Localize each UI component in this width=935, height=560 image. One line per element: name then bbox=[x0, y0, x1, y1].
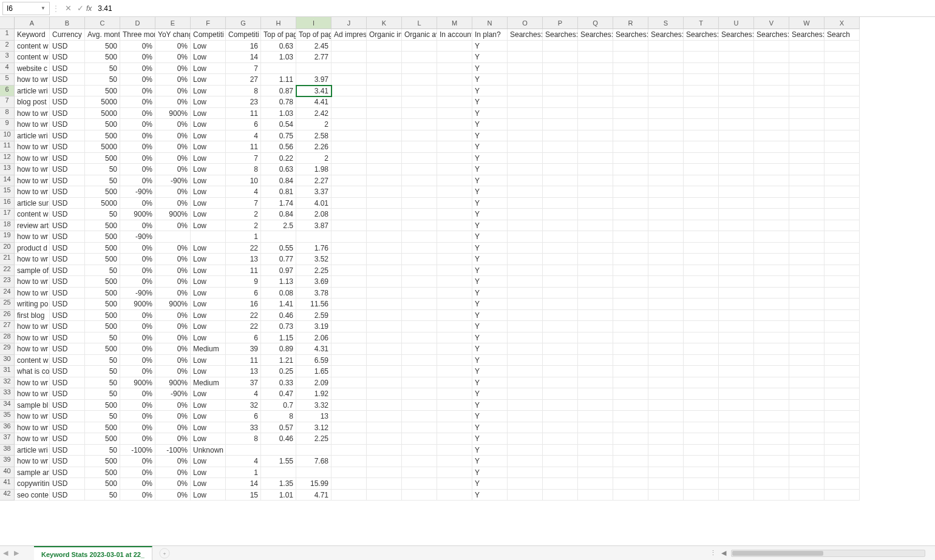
cell[interactable] bbox=[543, 74, 578, 86]
cell[interactable] bbox=[648, 86, 684, 97]
cell[interactable] bbox=[684, 400, 719, 411]
cell[interactable] bbox=[719, 220, 754, 232]
cell[interactable] bbox=[824, 433, 860, 445]
cell[interactable] bbox=[613, 400, 648, 411]
cell[interactable]: 0% bbox=[120, 141, 155, 153]
cell[interactable]: Low bbox=[191, 130, 226, 142]
cell[interactable]: 0.55 bbox=[261, 243, 296, 254]
cell[interactable]: 0% bbox=[155, 254, 191, 265]
cell[interactable]: 1.41 bbox=[261, 299, 296, 310]
cell[interactable] bbox=[543, 355, 578, 366]
cell[interactable]: Y bbox=[472, 243, 508, 254]
cell[interactable] bbox=[824, 231, 860, 243]
cell[interactable]: article wri bbox=[15, 130, 50, 142]
cell[interactable] bbox=[332, 86, 367, 97]
cell[interactable]: Low bbox=[191, 198, 226, 209]
cell[interactable]: content w bbox=[15, 355, 50, 366]
cell[interactable]: Y bbox=[472, 388, 508, 400]
cell[interactable] bbox=[824, 220, 860, 232]
cell[interactable] bbox=[543, 186, 578, 198]
cell[interactable]: USD bbox=[50, 198, 85, 209]
cell[interactable]: 27 bbox=[226, 74, 261, 86]
cell[interactable]: 0% bbox=[155, 119, 191, 130]
cell[interactable]: article wri bbox=[15, 445, 50, 456]
cell[interactable] bbox=[789, 231, 824, 243]
cell[interactable]: article sur bbox=[15, 198, 50, 209]
cell[interactable] bbox=[754, 400, 789, 411]
cell[interactable]: USD bbox=[50, 377, 85, 389]
cell[interactable]: 0.84 bbox=[261, 175, 296, 187]
cell[interactable] bbox=[684, 332, 719, 344]
cell[interactable]: 2 bbox=[226, 220, 261, 232]
cell[interactable]: Y bbox=[472, 119, 508, 130]
cell[interactable] bbox=[789, 321, 824, 332]
cell[interactable] bbox=[684, 467, 719, 479]
cell[interactable] bbox=[824, 366, 860, 377]
cell[interactable] bbox=[332, 52, 367, 63]
row-header[interactable]: 38 bbox=[0, 445, 15, 456]
cell[interactable] bbox=[543, 141, 578, 153]
cell[interactable]: 0% bbox=[155, 141, 191, 153]
column-header[interactable]: O bbox=[508, 17, 543, 29]
cell[interactable] bbox=[402, 490, 437, 501]
cell[interactable] bbox=[578, 388, 613, 400]
cell[interactable] bbox=[543, 377, 578, 389]
cell[interactable] bbox=[648, 63, 684, 75]
cell[interactable]: -90% bbox=[120, 231, 155, 243]
cell[interactable] bbox=[648, 411, 684, 422]
cell[interactable] bbox=[367, 299, 402, 310]
cell[interactable]: USD bbox=[50, 265, 85, 277]
row-header[interactable]: 23 bbox=[0, 276, 15, 288]
cell[interactable]: 500 bbox=[85, 478, 120, 490]
cell[interactable]: 5000 bbox=[85, 198, 120, 209]
cell[interactable]: 13 bbox=[226, 254, 261, 265]
cell[interactable] bbox=[789, 366, 824, 377]
cell[interactable]: website c bbox=[15, 63, 50, 75]
cell[interactable]: Low bbox=[191, 310, 226, 322]
cell[interactable] bbox=[613, 366, 648, 377]
cell[interactable] bbox=[402, 377, 437, 389]
cell[interactable] bbox=[261, 467, 296, 479]
cell[interactable] bbox=[437, 366, 472, 377]
cell[interactable]: 500 bbox=[85, 41, 120, 52]
cell[interactable] bbox=[648, 400, 684, 411]
cell[interactable]: 50 bbox=[85, 411, 120, 422]
cell[interactable] bbox=[684, 153, 719, 164]
cell[interactable]: -90% bbox=[155, 175, 191, 187]
cell[interactable] bbox=[754, 243, 789, 254]
cell[interactable] bbox=[789, 153, 824, 164]
cell[interactable]: 500 bbox=[85, 153, 120, 164]
cell[interactable] bbox=[789, 96, 824, 108]
cell[interactable]: 1.03 bbox=[261, 108, 296, 120]
cell[interactable] bbox=[613, 299, 648, 310]
column-header[interactable]: H bbox=[261, 17, 296, 29]
cell[interactable]: 4.41 bbox=[296, 96, 332, 108]
cell[interactable] bbox=[332, 310, 367, 322]
column-header[interactable]: E bbox=[155, 17, 191, 29]
cell[interactable] bbox=[367, 231, 402, 243]
cell[interactable]: -90% bbox=[120, 186, 155, 198]
cell[interactable] bbox=[789, 310, 824, 322]
cell[interactable] bbox=[578, 265, 613, 277]
cell[interactable] bbox=[648, 164, 684, 175]
cell[interactable] bbox=[367, 164, 402, 175]
cell[interactable]: USD bbox=[50, 355, 85, 366]
cell[interactable]: 16 bbox=[226, 41, 261, 52]
cell[interactable] bbox=[332, 108, 367, 120]
cell[interactable] bbox=[719, 288, 754, 299]
cell[interactable] bbox=[648, 130, 684, 142]
cell[interactable]: 0.08 bbox=[261, 288, 296, 299]
cell[interactable] bbox=[437, 490, 472, 501]
cell[interactable] bbox=[613, 490, 648, 501]
cell[interactable] bbox=[543, 63, 578, 75]
cell[interactable]: 0% bbox=[155, 153, 191, 164]
cell[interactable] bbox=[648, 467, 684, 479]
cell[interactable] bbox=[578, 130, 613, 142]
cell[interactable]: 0% bbox=[120, 74, 155, 86]
cell[interactable] bbox=[754, 343, 789, 355]
cell[interactable]: 0% bbox=[155, 433, 191, 445]
cell[interactable] bbox=[578, 86, 613, 97]
cell[interactable]: article wri bbox=[15, 86, 50, 97]
cell[interactable] bbox=[508, 198, 543, 209]
cell[interactable]: 50 bbox=[85, 366, 120, 377]
